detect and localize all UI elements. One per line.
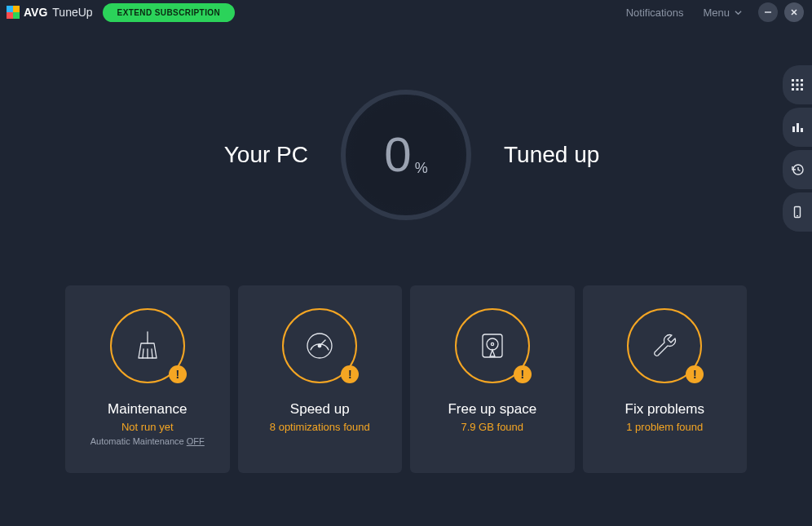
disk-icon xyxy=(474,327,511,365)
card-maintenance[interactable]: ! Maintenance Not run yet Automatic Main… xyxy=(65,285,230,473)
card-icon-circle: ! xyxy=(110,308,185,383)
card-icon-circle: ! xyxy=(282,308,357,383)
history-icon xyxy=(791,163,804,176)
card-free-up-space[interactable]: ! Free up space 7.9 GB found xyxy=(410,285,575,473)
gauge-icon xyxy=(301,327,338,365)
avg-logo-icon xyxy=(7,6,20,19)
svg-rect-11 xyxy=(792,88,794,91)
extend-subscription-button[interactable]: EXTEND SUBSCRIPTION xyxy=(103,3,236,22)
chevron-down-icon xyxy=(735,9,742,16)
menu-button[interactable]: Menu xyxy=(703,7,742,19)
card-icon-circle: ! xyxy=(627,308,702,383)
gauge-unit: % xyxy=(415,160,428,177)
auto-maint-state[interactable]: OFF xyxy=(187,436,205,446)
close-button[interactable] xyxy=(784,2,804,22)
notifications-label: Notifications xyxy=(626,7,684,19)
svg-rect-1 xyxy=(13,6,20,12)
svg-point-23 xyxy=(487,338,498,350)
svg-rect-7 xyxy=(801,79,803,82)
side-tab-history[interactable] xyxy=(783,150,812,189)
card-subtitle: 7.9 GB found xyxy=(461,421,523,433)
notifications-link[interactable]: Notifications xyxy=(626,7,684,19)
hero-left-label: Your PC xyxy=(170,142,308,168)
minimize-icon xyxy=(763,7,773,17)
svg-rect-15 xyxy=(797,123,799,132)
card-title: Fix problems xyxy=(625,401,704,418)
svg-rect-10 xyxy=(801,84,803,86)
svg-rect-8 xyxy=(792,84,794,86)
card-speed-up[interactable]: ! Speed up 8 optimizations found xyxy=(238,285,403,473)
side-tab-mobile[interactable] xyxy=(783,192,812,232)
alert-badge-icon: ! xyxy=(341,365,359,383)
menu-label: Menu xyxy=(703,7,730,19)
hero-right-label: Tuned up xyxy=(504,142,642,168)
side-tabs xyxy=(783,65,812,232)
bars-icon xyxy=(791,121,804,134)
card-extra: Automatic Maintenance OFF xyxy=(90,436,205,446)
product-name: TuneUp xyxy=(52,6,92,19)
card-title: Maintenance xyxy=(108,401,187,418)
svg-rect-12 xyxy=(797,88,799,91)
svg-rect-0 xyxy=(7,6,13,12)
app-logo: AVG TuneUp xyxy=(7,6,93,19)
svg-rect-4 xyxy=(765,11,771,13)
tuneup-gauge: 0 % xyxy=(341,90,471,220)
brand-name: AVG xyxy=(24,6,47,19)
svg-rect-3 xyxy=(13,12,20,19)
card-title: Free up space xyxy=(448,401,536,418)
gauge-value: 0 xyxy=(384,130,411,179)
card-subtitle: 8 optimizations found xyxy=(270,421,370,433)
card-subtitle: Not run yet xyxy=(121,421,174,433)
svg-rect-16 xyxy=(801,128,803,132)
alert-badge-icon: ! xyxy=(169,365,187,383)
action-cards: ! Maintenance Not run yet Automatic Main… xyxy=(0,285,812,473)
svg-rect-13 xyxy=(801,88,803,91)
grid-icon xyxy=(791,78,804,91)
minimize-button[interactable] xyxy=(758,2,778,22)
svg-rect-5 xyxy=(792,79,794,82)
auto-maint-label: Automatic Maintenance xyxy=(90,436,187,446)
card-title: Speed up xyxy=(290,401,350,418)
hero-section: Your PC 0 % Tuned up xyxy=(0,90,812,220)
card-subtitle: 1 problem found xyxy=(626,421,703,433)
close-icon xyxy=(789,7,799,17)
alert-badge-icon: ! xyxy=(514,365,532,383)
svg-rect-9 xyxy=(797,84,799,86)
svg-rect-2 xyxy=(7,12,13,19)
side-tab-apps[interactable] xyxy=(783,65,812,104)
svg-point-24 xyxy=(491,343,493,345)
side-tab-stats[interactable] xyxy=(783,108,812,147)
phone-icon xyxy=(791,206,804,219)
wrench-icon xyxy=(646,327,683,365)
alert-badge-icon: ! xyxy=(686,365,704,383)
card-fix-problems[interactable]: ! Fix problems 1 problem found xyxy=(583,285,748,473)
svg-rect-19 xyxy=(797,215,798,216)
broom-icon xyxy=(129,327,166,365)
svg-rect-6 xyxy=(797,79,799,82)
svg-rect-14 xyxy=(792,126,795,132)
svg-point-21 xyxy=(318,344,321,347)
card-icon-circle: ! xyxy=(455,308,530,383)
titlebar: AVG TuneUp EXTEND SUBSCRIPTION Notificat… xyxy=(0,0,812,24)
